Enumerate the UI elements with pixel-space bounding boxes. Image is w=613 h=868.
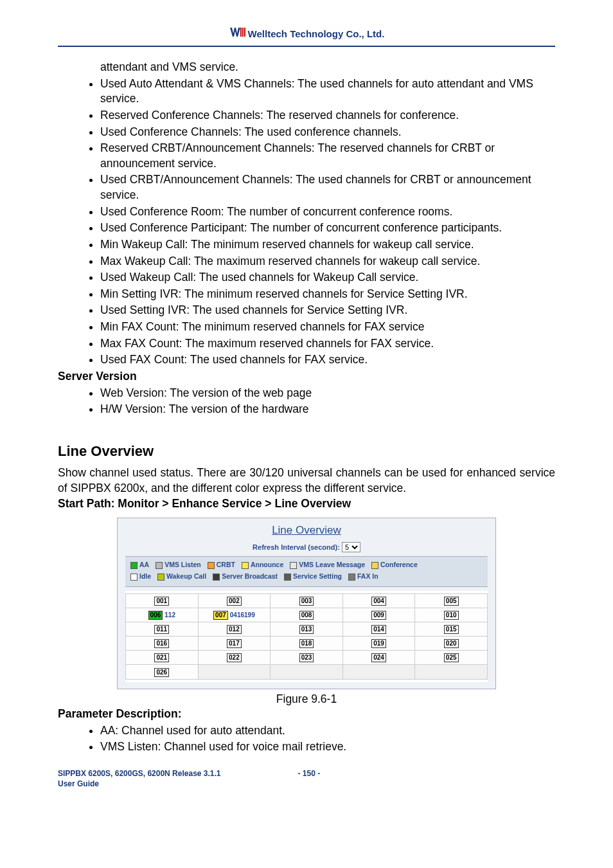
- channel-cell[interactable]: 006112: [126, 608, 199, 622]
- list-item: Web Version: The version of the web page: [100, 386, 555, 401]
- legend-label: VMS Listen: [164, 561, 201, 568]
- start-path: Start Path: Monitor > Enhance Service > …: [58, 496, 555, 512]
- parameter-description-heading: Parameter Description:: [58, 707, 555, 722]
- legend-label: Announce: [251, 561, 283, 568]
- welltech-logo-icon: [229, 26, 245, 42]
- channel-cell[interactable]: 001: [126, 593, 199, 608]
- channel-chip: 013: [299, 625, 314, 634]
- legend-swatch: [208, 562, 215, 569]
- legend-label: CRBT: [217, 561, 235, 568]
- intro-continuation: attendant and VMS service.: [100, 60, 555, 75]
- channel-chip: 022: [227, 653, 242, 662]
- footer-guide: User Guide: [58, 779, 99, 788]
- channel-cell[interactable]: 016: [126, 637, 199, 651]
- channel-cell[interactable]: 018: [271, 637, 343, 651]
- figure-caption: Figure 9.6-1: [58, 692, 555, 707]
- channel-cell[interactable]: 017: [198, 637, 271, 651]
- legend-swatch: [157, 574, 164, 581]
- channel-chip: 015: [444, 625, 459, 634]
- channel-cell[interactable]: 013: [271, 622, 343, 637]
- legend-swatch: [130, 574, 138, 581]
- list-item: Reserved Conference Channels: The reserv…: [100, 108, 555, 123]
- channel-cell[interactable]: 015: [415, 622, 488, 637]
- channel-cell[interactable]: 020: [415, 637, 488, 651]
- legend-item: Wakeup Call: [157, 571, 206, 583]
- channel-cell[interactable]: 023: [271, 651, 343, 665]
- channel-cell[interactable]: 003: [271, 593, 343, 608]
- company-name: Welltech Technology Co., Ltd.: [248, 28, 385, 39]
- channel-cell[interactable]: 022: [198, 651, 271, 665]
- list-item: H/W Version: The version of the hardware: [100, 402, 555, 417]
- list-item: Reserved CRBT/Announcement Channels: The…: [100, 141, 555, 171]
- channel-chip: 019: [371, 639, 386, 648]
- widget-title: Line Overview: [118, 518, 495, 542]
- channel-cell[interactable]: 014: [342, 622, 415, 637]
- legend-item: Conference: [371, 559, 418, 571]
- channel-chip: 009: [371, 611, 386, 620]
- channel-cell[interactable]: 009: [342, 608, 415, 622]
- channel-cell[interactable]: [198, 665, 271, 679]
- svg-rect-2: [244, 28, 245, 37]
- channel-chip: 001: [154, 597, 169, 606]
- channel-chip: 021: [154, 653, 169, 662]
- list-item: VMS Listen: Channel used for voice mail …: [100, 739, 555, 755]
- channel-chip: 018: [299, 639, 314, 648]
- param-desc-bullet-list: AA: Channel used for auto attendant.VMS …: [86, 723, 555, 755]
- channel-chip: 024: [371, 653, 386, 662]
- legend-label: Idle: [139, 572, 151, 580]
- channel-chip: 020: [444, 639, 459, 648]
- legend-label: VMS Leave Message: [299, 561, 365, 568]
- channel-cell[interactable]: 002: [198, 593, 271, 608]
- legend-item: AA: [130, 559, 149, 571]
- legend-item: CRBT: [208, 559, 235, 571]
- line-overview-paragraph: Show channel used status. There are 30/1…: [58, 466, 555, 496]
- channel-cell[interactable]: 021: [126, 651, 199, 665]
- channel-cell[interactable]: [415, 665, 488, 679]
- list-item: Min FAX Count: The minimum reserved chan…: [100, 320, 555, 335]
- channel-chip: 014: [371, 625, 386, 634]
- list-item: Used Conference Room: The number of conc…: [100, 204, 555, 220]
- line-overview-widget: Line Overview Refresh Interval (second):…: [117, 518, 496, 689]
- legend-swatch: [348, 574, 355, 581]
- channel-cell[interactable]: [342, 665, 415, 679]
- channel-cell[interactable]: 011: [126, 622, 199, 637]
- channel-cell[interactable]: 005: [415, 593, 488, 608]
- legend-swatch: [155, 562, 163, 569]
- channel-cell[interactable]: 025: [415, 651, 488, 665]
- channel-cell[interactable]: 024: [342, 651, 415, 665]
- page-number: - 150 -: [298, 769, 321, 778]
- legend-item: VMS Leave Message: [290, 559, 365, 571]
- list-item: AA: Channel used for auto attendant.: [100, 723, 555, 739]
- legend-label: FAX In: [357, 572, 378, 580]
- channel-cell[interactable]: 019: [342, 637, 415, 651]
- page-footer: SIPPBX 6200S, 6200GS, 6200N Release 3.1.…: [58, 769, 555, 789]
- channel-chip: 007: [213, 611, 228, 620]
- channel-cell[interactable]: 010: [415, 608, 488, 622]
- legend-item: Idle: [130, 571, 151, 583]
- channel-cell[interactable]: 008: [271, 608, 343, 622]
- refresh-interval-select[interactable]: 5: [342, 542, 360, 552]
- legend-label: Wakeup Call: [166, 572, 206, 580]
- line-overview-heading: Line Overview: [58, 442, 555, 461]
- server-version-heading: Server Version: [58, 369, 555, 384]
- main-bullet-list: Used Auto Attendant & VMS Channels: The …: [86, 77, 555, 368]
- channel-chip: 004: [371, 597, 386, 606]
- list-item: Used Conference Participant: The number …: [100, 221, 555, 236]
- channel-cell[interactable]: 026: [126, 665, 199, 679]
- legend-label: Service Setting: [293, 572, 342, 580]
- channel-cell[interactable]: [271, 665, 343, 679]
- legend-swatch: [371, 562, 378, 569]
- legend-item: FAX In: [348, 571, 378, 583]
- legend-item: Server Broadcast: [213, 571, 278, 583]
- list-item: Used Wakeup Call: The used channels for …: [100, 270, 555, 285]
- channel-chip: 023: [299, 653, 314, 662]
- list-item: Used Auto Attendant & VMS Channels: The …: [100, 77, 555, 107]
- legend: AAVMS ListenCRBTAnnounceVMS Leave Messag…: [125, 556, 488, 587]
- list-item: Used CRBT/Announcement Channels: The use…: [100, 172, 555, 203]
- channel-cell[interactable]: 012: [198, 622, 271, 637]
- footer-release: SIPPBX 6200S, 6200GS, 6200N Release 3.1.…: [58, 769, 221, 778]
- channel-cell[interactable]: 004: [342, 593, 415, 608]
- channel-chip: 002: [227, 597, 242, 606]
- channel-chip: 016: [154, 639, 169, 648]
- channel-cell[interactable]: 0070416199: [198, 608, 271, 622]
